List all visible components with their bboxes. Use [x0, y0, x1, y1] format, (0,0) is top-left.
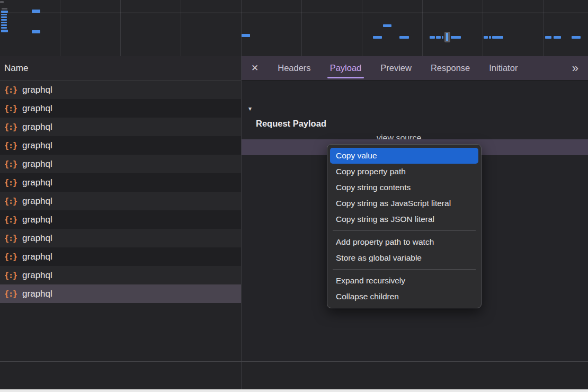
tree-row-operation-name[interactable]: operationName: "ipFlowTimeseries" — [242, 122, 588, 137]
request-timing-bar — [1, 19, 7, 21]
menu-item-store-as-global-variable[interactable]: Store as global variable — [327, 250, 481, 266]
request-timing-bar — [554, 36, 561, 39]
json-braces-icon: {:} — [4, 141, 17, 150]
menu-item-copy-property-path[interactable]: Copy property path — [327, 164, 481, 180]
close-icon[interactable]: ✕ — [251, 63, 259, 74]
network-request-row[interactable]: {:}graphql — [0, 210, 241, 229]
network-request-row[interactable]: {:}graphql — [0, 266, 241, 284]
request-timing-bar — [572, 36, 581, 39]
request-timing-bar — [1, 24, 7, 26]
request-name-label: graphql — [22, 233, 52, 244]
name-column-label: Name — [4, 63, 28, 74]
menu-divider — [333, 269, 476, 270]
footer-divider — [0, 361, 588, 362]
json-braces-icon: {:} — [4, 289, 17, 299]
request-name-label: graphql — [22, 122, 52, 132]
network-request-row[interactable]: {:}graphql — [0, 155, 241, 173]
name-column-header[interactable]: Name — [0, 56, 241, 81]
json-braces-icon: {:} — [4, 104, 17, 113]
request-timing-bar — [1, 11, 8, 13]
request-payload-section[interactable]: ▾ Request Payload view source — [242, 86, 588, 101]
json-braces-icon: {:} — [4, 271, 17, 280]
network-request-row[interactable]: {:}graphql — [0, 118, 241, 136]
request-timing-bar — [32, 30, 40, 33]
menu-item-expand-recursively[interactable]: Expand recursively — [327, 273, 481, 289]
network-request-row[interactable]: {:}graphql — [0, 284, 241, 303]
tab-payload[interactable]: Payload — [330, 56, 362, 80]
request-timing-bar — [492, 36, 503, 39]
tab-preview[interactable]: Preview — [380, 56, 412, 80]
json-braces-icon: {:} — [4, 178, 17, 188]
request-timing-bar — [399, 36, 409, 39]
request-name-label: graphql — [22, 215, 52, 225]
page-edge-strip — [0, 389, 588, 392]
request-timing-bar — [484, 36, 488, 39]
request-timing-bar — [436, 36, 441, 39]
tab-initiator[interactable]: Initiator — [489, 56, 518, 80]
network-request-row[interactable]: {:}graphql — [0, 173, 241, 192]
more-tabs-icon[interactable]: » — [572, 63, 578, 74]
json-braces-icon: {:} — [4, 234, 17, 243]
request-timing-bar — [242, 34, 250, 37]
tab-response[interactable]: Response — [431, 56, 470, 80]
menu-item-copy-string-as-json-literal[interactable]: Copy string as JSON literal — [327, 211, 481, 227]
devtools-network-panel: Name {:}graphql{:}graphql{:}graphql{:}gr… — [0, 0, 588, 392]
request-name-label: graphql — [22, 177, 52, 188]
request-name-label: graphql — [22, 270, 52, 281]
request-timing-bar — [1, 14, 7, 15]
json-braces-icon: {:} — [4, 85, 17, 95]
json-braces-icon: {:} — [4, 252, 17, 262]
json-braces-icon: {:} — [4, 122, 17, 132]
overview-lane-divider — [0, 13, 588, 13]
request-name-label: graphql — [22, 140, 52, 151]
request-timing-bar — [442, 36, 443, 39]
menu-item-add-property-path-to-watch[interactable]: Add property path to watch — [327, 234, 481, 250]
request-name-label: graphql — [22, 85, 52, 95]
network-request-row[interactable]: {:}graphql — [0, 229, 241, 247]
request-list-panel: Name {:}graphql{:}graphql{:}graphql{:}gr… — [0, 56, 241, 361]
tab-headers[interactable]: Headers — [278, 56, 310, 80]
request-timing-bar — [1, 16, 7, 18]
request-timing-bar — [373, 36, 382, 39]
menu-item-copy-string-contents[interactable]: Copy string contents — [327, 180, 481, 195]
request-timing-bar — [1, 22, 7, 23]
context-menu: Copy valueCopy property pathCopy string … — [327, 144, 482, 308]
menu-divider — [333, 230, 476, 231]
json-braces-icon: {:} — [4, 215, 17, 225]
network-request-row[interactable]: {:}graphql — [0, 247, 241, 266]
menu-item-collapse-children[interactable]: Collapse children — [327, 289, 481, 305]
network-overview-timeline[interactable] — [0, 0, 588, 56]
request-timing-bar — [383, 24, 391, 27]
request-timing-bar — [1, 30, 8, 32]
request-name-label: graphql — [22, 252, 52, 262]
request-timing-bar — [489, 36, 491, 39]
menu-item-copy-value[interactable]: Copy value — [330, 148, 478, 164]
selected-request-marker — [446, 33, 448, 41]
network-request-row[interactable]: {:}graphql — [0, 192, 241, 210]
request-name-label: graphql — [22, 196, 52, 207]
tree-row-root-object[interactable]: ▼ {operationName: "ipFlowTimeseries", va… — [242, 106, 588, 121]
json-braces-icon: {:} — [4, 159, 17, 169]
network-request-row[interactable]: {:}graphql — [0, 81, 241, 99]
request-list: {:}graphql{:}graphql{:}graphql{:}graphql… — [0, 81, 241, 303]
request-timing-bar — [430, 36, 435, 39]
request-name-label: graphql — [22, 289, 52, 299]
network-request-row[interactable]: {:}graphql — [0, 136, 241, 155]
gray-tick-bar — [0, 1, 4, 3]
json-braces-icon: {:} — [4, 197, 17, 206]
gray-tick-bar — [2, 8, 7, 10]
request-timing-bar — [451, 36, 461, 39]
detail-tab-bar: ✕ HeadersPayloadPreviewResponseInitiator… — [242, 56, 588, 81]
menu-item-copy-string-as-javascript-literal[interactable]: Copy string as JavaScript literal — [327, 195, 481, 211]
request-timing-bar — [1, 27, 7, 29]
request-timing-bar — [32, 10, 40, 13]
network-request-row[interactable]: {:}graphql — [0, 99, 241, 118]
request-name-label: graphql — [22, 159, 52, 170]
request-name-label: graphql — [22, 103, 52, 114]
request-timing-bar — [545, 36, 551, 39]
